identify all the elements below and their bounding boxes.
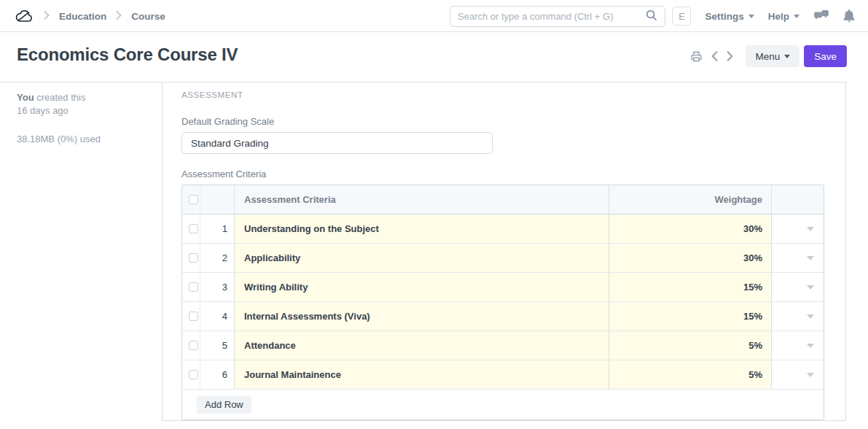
row-index: 1: [200, 214, 235, 243]
settings-menu[interactable]: Settings: [705, 11, 754, 22]
header-expand-cell: [772, 185, 824, 214]
notifications-bell-icon[interactable]: [843, 9, 855, 23]
grid-row: 4 Internal Assessments (Viva) 15%: [182, 302, 824, 331]
row-check-cell: [182, 244, 200, 272]
grid-header-row: Assessment Criteria Weightage: [182, 185, 824, 214]
search-icon: [646, 9, 657, 24]
row-checkbox[interactable]: [189, 370, 198, 379]
row-criteria-cell[interactable]: Understanding on the Subject: [235, 214, 609, 243]
row-expand-cell: [772, 244, 824, 272]
breadcrumb-course[interactable]: Course: [131, 11, 165, 22]
created-info: You created this 16 days ago: [17, 91, 144, 117]
row-check-cell: [182, 273, 200, 301]
grid-body: 1 Understanding on the Subject 30% 2 App…: [182, 214, 824, 390]
row-weightage-cell[interactable]: 5%: [609, 331, 772, 360]
save-button[interactable]: Save: [804, 45, 847, 67]
row-check-cell: [182, 360, 200, 389]
row-check-cell: [182, 331, 200, 360]
row-check-cell: [182, 302, 200, 331]
chevron-down-icon: [794, 15, 799, 18]
row-index: 4: [200, 302, 235, 331]
grading-scale-input[interactable]: [181, 132, 493, 154]
page-actions: Menu Save: [689, 45, 847, 68]
header-weightage-cell: Weightage: [609, 185, 772, 214]
row-checkbox[interactable]: [189, 224, 198, 233]
row-criteria-cell[interactable]: Attendance: [235, 331, 609, 360]
storage-usage: 38.18MB (0%) used: [17, 133, 144, 146]
previous-doc-icon[interactable]: [710, 50, 719, 63]
row-index: 5: [200, 331, 235, 360]
grid-row: 5 Attendance 5%: [182, 331, 824, 360]
row-weightage-cell[interactable]: 15%: [609, 302, 772, 331]
row-checkbox[interactable]: [189, 341, 198, 350]
chevron-right-icon: [44, 9, 50, 23]
row-criteria-cell[interactable]: Applicability: [235, 244, 609, 272]
breadcrumb-education[interactable]: Education: [59, 11, 106, 22]
row-expand-icon[interactable]: [807, 256, 814, 260]
navbar-right: E Settings Help: [672, 0, 855, 32]
row-expand-cell: [772, 214, 824, 243]
chevron-down-icon: [748, 15, 754, 18]
header-check-cell: [182, 185, 200, 214]
chevron-right-icon: [116, 9, 122, 23]
grid-row: 6 Journal Maintainence 5%: [182, 360, 824, 390]
row-weightage-cell[interactable]: 30%: [609, 244, 772, 272]
grading-scale-label: Default Grading Scale: [181, 116, 845, 127]
page: Education Course E Settings Help: [0, 0, 868, 429]
row-expand-icon[interactable]: [807, 227, 814, 231]
page-title: Economics Core Course IV: [17, 45, 238, 65]
row-expand-cell: [772, 360, 824, 389]
global-search: [450, 6, 665, 27]
row-criteria-cell[interactable]: Internal Assessments (Viva): [235, 302, 609, 331]
row-check-cell: [182, 214, 200, 243]
breadcrumb: Education Course: [15, 0, 165, 32]
print-icon[interactable]: [689, 50, 703, 63]
chat-icon[interactable]: [813, 9, 829, 23]
row-weightage-cell[interactable]: 15%: [609, 273, 772, 301]
row-checkbox[interactable]: [189, 282, 198, 292]
row-weightage-cell[interactable]: 5%: [609, 360, 772, 389]
row-criteria-cell[interactable]: Writing Ability: [235, 273, 609, 301]
grid-row: 1 Understanding on the Subject 30%: [182, 214, 824, 244]
navbar: Education Course E Settings Help: [0, 0, 868, 32]
row-criteria-cell[interactable]: Journal Maintainence: [235, 360, 609, 389]
next-doc-icon[interactable]: [725, 50, 735, 63]
row-expand-icon[interactable]: [807, 314, 814, 319]
row-checkbox[interactable]: [189, 253, 198, 263]
assessment-criteria-label: Assessment Criteria: [181, 169, 845, 179]
row-expand-cell: [772, 331, 824, 360]
chevron-down-icon: [784, 55, 790, 58]
page-head: Economics Core Course IV Menu Save: [0, 32, 846, 82]
search-input[interactable]: [458, 11, 646, 22]
row-weightage-cell[interactable]: 30%: [609, 214, 772, 243]
app-logo-icon[interactable]: [15, 7, 34, 25]
grid-footer: Add Row: [182, 390, 824, 420]
row-index: 6: [200, 360, 235, 389]
form-sidebar: You created this 16 days ago 38.18MB (0%…: [0, 82, 162, 429]
assessment-criteria-grid: Assessment Criteria Weightage 1 Understa…: [181, 185, 824, 420]
header-criteria-cell: Assessment Criteria: [235, 185, 609, 214]
avatar[interactable]: E: [672, 7, 691, 26]
row-expand-cell: [772, 273, 824, 301]
select-all-checkbox[interactable]: [189, 195, 198, 204]
row-expand-icon[interactable]: [807, 344, 814, 348]
grid-row: 2 Applicability 30%: [182, 244, 824, 273]
row-expand-cell: [772, 302, 824, 331]
row-expand-icon[interactable]: [807, 373, 814, 377]
row-checkbox[interactable]: [189, 312, 198, 321]
menu-button[interactable]: Menu: [746, 45, 799, 67]
help-menu[interactable]: Help: [768, 11, 799, 22]
grid-row: 3 Writing Ability 15%: [182, 273, 824, 302]
header-idx-cell: [200, 185, 235, 214]
form-main: ASSESSMENT Default Grading Scale Assessm…: [162, 82, 846, 421]
section-label-assessment: ASSESSMENT: [181, 90, 845, 99]
add-row-button[interactable]: Add Row: [197, 396, 251, 414]
row-index: 3: [200, 273, 235, 301]
row-expand-icon[interactable]: [807, 285, 814, 290]
row-index: 2: [200, 244, 235, 272]
